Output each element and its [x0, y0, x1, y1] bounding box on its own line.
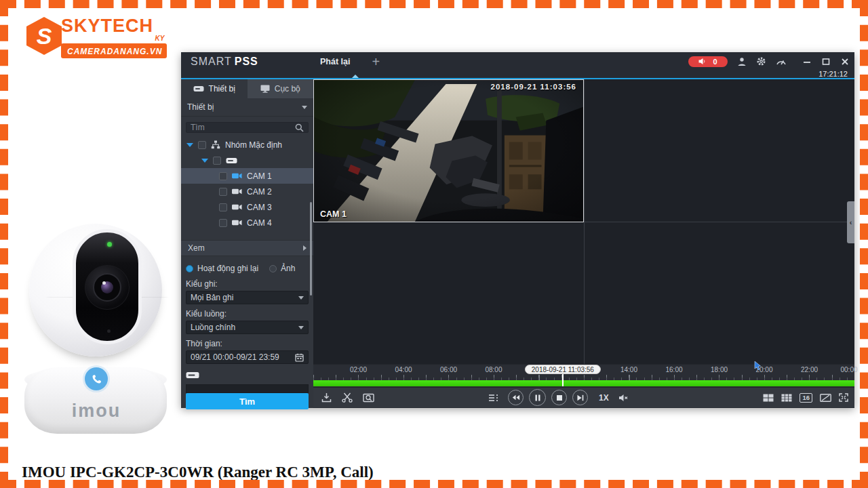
clock: 17:21:12 — [818, 70, 848, 78]
product-camera-image: imou — [18, 224, 175, 435]
logo-brand-text: SKYTECH — [61, 16, 167, 35]
camera-faceplate — [73, 229, 142, 344]
stop-button[interactable] — [551, 390, 567, 405]
radio-activity[interactable] — [186, 265, 193, 272]
camera-label: CAM 4 — [247, 218, 272, 228]
stream-type-label: Kiểu luồng: — [186, 309, 309, 319]
chevron-down-icon — [302, 106, 307, 109]
timeline-hour-label: 18:00 — [711, 366, 728, 373]
view-section-header[interactable]: Xem — [181, 240, 313, 256]
camera-item[interactable]: CAM 1 — [181, 168, 313, 184]
video-osd-timestamp: 2018-09-21 11:03:56 — [491, 83, 576, 91]
record-type-label: Kiểu ghi: — [186, 279, 309, 289]
next-frame-button[interactable] — [572, 390, 588, 405]
logo-banner: CAMERADANANG.VN — [61, 43, 167, 58]
grid-4-icon[interactable] — [763, 394, 774, 402]
record-type-select[interactable]: Mọi Bản ghi — [186, 291, 309, 304]
split-icon[interactable] — [820, 394, 831, 402]
collapse-icon[interactable]: ‹ — [847, 201, 854, 243]
camera-checkbox[interactable] — [219, 188, 227, 196]
smart-search-icon[interactable] — [363, 393, 374, 403]
chevron-down-icon — [298, 296, 304, 300]
main-area: 2018-09-21 11:03:56 CAM 1 ‹ 02:0004:0006… — [313, 79, 854, 408]
video-grid: 2018-09-21 11:03:56 CAM 1 ‹ — [313, 79, 854, 364]
titlebar: SMARTPSS Phát lại + 0 — [181, 52, 854, 79]
video-osd-camera-label: CAM 1 — [320, 209, 347, 219]
sidebar-scrollbar[interactable] — [310, 202, 312, 296]
camera-list: CAM 1CAM 2CAM 3CAM 4 — [181, 168, 313, 230]
timeline-record-track[interactable] — [313, 380, 854, 386]
stream-type-select[interactable]: Luồng chính — [186, 321, 309, 334]
chevron-down-icon — [298, 326, 304, 329]
timeline-hour-label: 04:00 — [395, 366, 412, 373]
gauge-icon[interactable] — [776, 57, 787, 66]
gear-icon[interactable] — [756, 56, 766, 66]
hdd-icon — [193, 85, 204, 92]
alarm-badge[interactable]: 0 — [688, 56, 728, 67]
timeline-hour-label: 08:00 — [485, 366, 502, 373]
rewind-icon — [512, 394, 520, 401]
download-icon[interactable] — [321, 392, 332, 403]
pause-button[interactable] — [529, 389, 546, 406]
timeline-hour-label: 22:00 — [801, 366, 818, 373]
tree-group-label: Nhóm Mặc định — [225, 140, 282, 150]
stop-icon — [557, 395, 562, 401]
camera-item[interactable]: CAM 2 — [181, 184, 313, 199]
alarm-speaker-icon — [698, 58, 706, 65]
playlist-icon[interactable] — [488, 393, 500, 403]
camera-item[interactable]: CAM 3 — [181, 199, 313, 215]
user-icon[interactable] — [737, 57, 747, 66]
camera-label: CAM 3 — [247, 203, 272, 212]
tree-expand-icon[interactable] — [186, 143, 193, 147]
pause-icon — [535, 394, 540, 401]
radio-picture-label: Ảnh — [281, 264, 295, 273]
rewind-button[interactable] — [508, 390, 524, 405]
tab-playback[interactable]: Phát lại — [320, 57, 350, 66]
camera-checkbox[interactable] — [219, 219, 227, 227]
page: S SKYTECH KY CAMERADANANG.VN — [0, 0, 868, 488]
device-checkbox[interactable] — [213, 157, 221, 165]
monitor-icon — [260, 85, 270, 93]
alarm-count: 0 — [713, 58, 717, 66]
grid-9-icon[interactable] — [781, 394, 792, 402]
timeline-hour-label: 02:00 — [350, 366, 367, 373]
tree-device-row[interactable] — [181, 152, 313, 168]
radio-picture[interactable] — [269, 265, 277, 272]
group-checkbox[interactable] — [198, 141, 206, 149]
timeline-hour-label: 16:00 — [666, 366, 683, 373]
mic-hole — [107, 329, 111, 333]
logo-banner-text: CAMERADANANG.VN — [67, 47, 162, 56]
tree-group-row[interactable]: Nhóm Mặc định — [181, 137, 313, 152]
search-input[interactable]: Tìm — [186, 122, 309, 133]
timeline[interactable]: 02:0004:0006:0008:0014:0016:0018:0020:00… — [313, 364, 854, 387]
snip-icon[interactable] — [342, 392, 353, 403]
add-tab-button[interactable]: + — [372, 56, 380, 68]
sidebar-tab-device[interactable]: Thiết bị — [181, 79, 248, 98]
tree-expand-icon[interactable] — [201, 159, 208, 163]
search-placeholder: Tìm — [191, 123, 205, 132]
camera-item[interactable]: CAM 4 — [181, 215, 313, 230]
video-cell-cam1[interactable]: 2018-09-21 11:03:56 CAM 1 — [313, 79, 584, 222]
time-range-input[interactable]: 09/21 00:00-09/21 23:59 — [186, 350, 309, 364]
sidebar-tab-local[interactable]: Cục bộ — [248, 79, 314, 98]
hdd-icon — [226, 157, 237, 164]
skytech-logo: S SKYTECH KY CAMERADANANG.VN — [23, 15, 159, 57]
search-button[interactable]: Tìm — [186, 393, 309, 409]
mute-icon[interactable] — [618, 394, 629, 402]
camera-sphere — [29, 224, 162, 357]
minimize-icon[interactable] — [803, 58, 811, 66]
camera-icon — [232, 203, 242, 211]
timeline-playhead[interactable] — [562, 374, 564, 386]
result-bar — [186, 384, 309, 393]
status-led — [107, 242, 112, 247]
maximize-icon[interactable] — [822, 58, 830, 66]
device-type-select[interactable]: Thiết bị — [181, 98, 313, 117]
close-icon[interactable] — [841, 58, 849, 66]
grid-16-icon[interactable]: 16 — [800, 393, 812, 403]
camera-checkbox[interactable] — [219, 203, 227, 211]
timeline-hour-label: 06:00 — [440, 366, 457, 373]
camera-checkbox[interactable] — [219, 172, 227, 180]
fullscreen-icon[interactable] — [839, 393, 848, 402]
playback-speed[interactable]: 1X — [599, 393, 609, 403]
timeline-hour-label: 14:00 — [620, 366, 637, 373]
